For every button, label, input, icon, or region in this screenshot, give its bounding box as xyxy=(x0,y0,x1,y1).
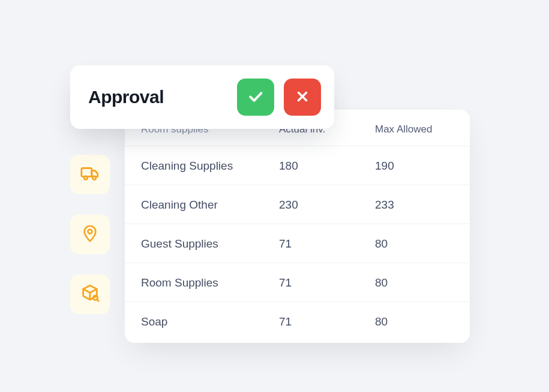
nav-tile-delivery[interactable] xyxy=(70,155,110,194)
svg-point-4 xyxy=(92,176,96,180)
cell-name: Room Supplies xyxy=(141,277,279,288)
table-row: Room Supplies 71 80 xyxy=(125,263,470,301)
svg-point-5 xyxy=(88,230,92,234)
cell-max: 80 xyxy=(375,238,452,249)
close-icon xyxy=(295,89,310,106)
cell-actual: 71 xyxy=(279,316,375,327)
table-row: Cleaning Supplies 180 190 xyxy=(125,146,470,185)
supplies-table-card: Room supplies Actual inv. Max Allowed Cl… xyxy=(125,110,470,343)
cell-name: Guest Supplies xyxy=(141,238,279,249)
svg-line-7 xyxy=(97,299,98,301)
cell-actual: 230 xyxy=(279,199,375,210)
cell-max: 190 xyxy=(375,160,452,171)
cell-actual: 71 xyxy=(279,277,375,288)
cell-max: 80 xyxy=(375,277,452,288)
cell-actual: 180 xyxy=(279,160,375,171)
cell-max: 80 xyxy=(375,316,452,327)
col-header-max: Max Allowed xyxy=(375,124,452,134)
approve-button[interactable] xyxy=(237,79,274,116)
nav-tile-inventory[interactable] xyxy=(70,275,110,314)
truck-icon xyxy=(80,163,100,186)
nav-tile-location[interactable] xyxy=(70,215,110,254)
table-row: Soap 71 80 xyxy=(125,301,470,340)
svg-point-3 xyxy=(84,176,88,180)
reject-button[interactable] xyxy=(284,79,321,116)
cell-name: Soap xyxy=(141,316,279,327)
package-search-icon xyxy=(80,283,100,306)
approval-card: Approval xyxy=(70,65,334,129)
cell-name: Cleaning Supplies xyxy=(141,160,279,171)
map-pin-icon xyxy=(80,224,100,245)
svg-rect-2 xyxy=(82,168,92,177)
cell-max: 233 xyxy=(375,199,452,210)
approval-title: Approval xyxy=(88,87,227,107)
check-icon xyxy=(247,88,265,107)
table-row: Guest Supplies 71 80 xyxy=(125,224,470,263)
cell-name: Cleaning Other xyxy=(141,199,279,210)
cell-actual: 71 xyxy=(279,238,375,249)
table-row: Cleaning Other 230 233 xyxy=(125,185,470,224)
